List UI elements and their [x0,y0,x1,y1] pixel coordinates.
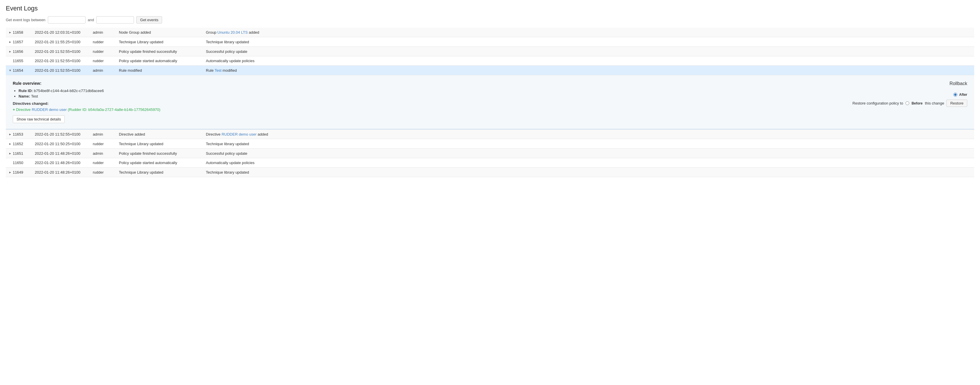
radio-after[interactable] [953,93,958,97]
row-id: ► 11652 [6,139,32,149]
field-value: b754be8f-c144-4ca4-b82c-c771db8acee6 [34,89,104,93]
row-date: 2022-01-20 11:52:55+0100 [32,47,90,56]
detail-field-rule-id: Rule ID: b754be8f-c144-4ca4-b82c-c771db8… [19,89,853,93]
row-description: Technique library updated [203,37,974,47]
row-expander[interactable]: ► 11658 [9,30,23,35]
arrow-right-icon: ► [9,50,11,53]
row-id-label: 11655 [9,59,23,63]
directives-label: Directives changed: [13,101,853,106]
row-expander[interactable]: ► 11649 [9,170,23,174]
row-event: Technique Library updated [116,139,203,149]
filter-to-input[interactable] [96,16,134,24]
row-description: Successful policy update [203,47,974,56]
row-id: ► 11651 [6,149,32,158]
rollback-options: After Restore configuration policy to Be… [853,93,967,107]
table-row: ► 11649 2022-01-20 11:48:26+0100 rudder … [6,168,974,177]
row-id: 11650 [6,158,32,168]
row-description: Successful policy update [203,149,974,158]
row-actor: admin [90,129,116,139]
restore-row: Restore configuration policy to Before t… [853,100,967,107]
rollback-title: Rollback [950,81,967,86]
row-link[interactable]: Test [215,68,221,73]
plus-icon: + [13,107,16,112]
row-event: Policy update finished successfully [116,149,203,158]
row-actor: admin [90,27,116,37]
row-actor: rudder [90,168,116,177]
row-date: 2022-01-20 11:48:26+0100 [32,149,90,158]
row-event: Technique Library updated [116,168,203,177]
detail-row: Rule overview: Rule ID: b754be8f-c144-4c… [6,75,974,129]
get-events-button[interactable]: Get events [136,16,162,24]
page-container: Event Logs Get event logs between and Ge… [0,0,980,182]
arrow-right-icon: ► [9,142,11,145]
row-event: Rule modified [116,65,203,75]
row-date: 2022-01-20 11:52:55+0100 [32,65,90,75]
field-label: Name: [19,94,30,98]
row-description: Group Ununtu 20.04 LTS added [203,27,974,37]
directive-link[interactable]: RUDDER demo user [32,107,67,112]
events-table: ► 11658 2022-01-20 12:03:31+0100 admin N… [6,27,974,177]
row-date: 2022-01-20 11:52:55+0100 [32,56,90,65]
filter-bar: Get event logs between and Get events [6,16,974,24]
this-change-label: this change [925,101,944,105]
detail-panel: Rule overview: Rule ID: b754be8f-c144-4c… [6,75,974,129]
radio-before[interactable] [905,101,909,105]
detail-title: Rule overview: [13,81,853,86]
row-actor: admin [90,149,116,158]
row-expander[interactable]: ► 11656 [9,50,23,54]
row-actor: rudder [90,47,116,56]
show-raw-button[interactable]: Show raw technical details [13,115,65,123]
row-event: Policy update started automatically [116,158,203,168]
row-actor: rudder [90,158,116,168]
row-id: ▼ 11654 [6,65,32,75]
row-expander[interactable]: ▼ 11654 [9,68,23,73]
arrow-right-icon: ► [9,171,11,174]
row-description: Rule Test modified [203,65,974,75]
row-id: ► 11649 [6,168,32,177]
row-description: Technique library updated [203,168,974,177]
row-link[interactable]: RUDDER demo user [221,132,256,136]
row-expander[interactable]: ► 11657 [9,40,23,44]
row-id: 11655 [6,56,32,65]
row-event: Policy update started automatically [116,56,203,65]
row-link[interactable]: Ununtu 20.04 LTS [218,30,248,35]
detail-left: Rule overview: Rule ID: b754be8f-c144-4c… [13,81,853,123]
directive-prefix: Directive [16,107,32,112]
row-date: 2022-01-20 11:52:55+0100 [32,129,90,139]
table-row: ► 11656 2022-01-20 11:52:55+0100 rudder … [6,47,974,56]
table-row: ► 11653 2022-01-20 11:52:55+0100 admin D… [6,129,974,139]
row-actor: rudder [90,56,116,65]
restore-button[interactable]: Restore [947,100,967,107]
table-row: ► 11652 2022-01-20 11:50:25+0100 rudder … [6,139,974,149]
detail-field-name: Name: Test [19,94,853,98]
table-row: ► 11658 2022-01-20 12:03:31+0100 admin N… [6,27,974,37]
row-description: Automatically update policies [203,56,974,65]
row-date: 2022-01-20 11:55:25+0100 [32,37,90,47]
row-description: Technique library updated [203,139,974,149]
row-date: 2022-01-20 11:50:25+0100 [32,139,90,149]
page-title: Event Logs [6,5,974,12]
row-expander[interactable]: ► 11652 [9,142,23,146]
field-label: Rule ID: [19,89,33,93]
table-row: 11655 2022-01-20 11:52:55+0100 rudder Po… [6,56,974,65]
detail-fields: Rule ID: b754be8f-c144-4ca4-b82c-c771db8… [13,89,853,98]
row-actor: rudder [90,37,116,47]
filter-label: Get event logs between [6,18,46,22]
row-actor: admin [90,65,116,75]
row-date: 2022-01-20 12:03:31+0100 [32,27,90,37]
table-row: 11650 2022-01-20 11:48:26+0100 rudder Po… [6,158,974,168]
table-row: ► 11651 2022-01-20 11:48:26+0100 admin P… [6,149,974,158]
row-expander[interactable]: ► 11653 [9,132,23,136]
radio-after-row: After [953,93,967,97]
directive-added: + Directive RUDDER demo user (Rudder ID:… [13,107,853,112]
row-date: 2022-01-20 11:48:26+0100 [32,158,90,168]
row-event: Directive added [116,129,203,139]
filter-from-input[interactable] [48,16,86,24]
arrow-right-icon: ► [9,152,11,155]
row-event: Node Group added [116,27,203,37]
directive-suffix: (Rudder ID: b54cfa0a-2727-4a8e-b14b-1775… [68,107,160,112]
row-description: Automatically update policies [203,158,974,168]
row-expander[interactable]: ► 11651 [9,151,23,156]
arrow-right-icon: ► [9,31,11,34]
row-actor: rudder [90,139,116,149]
